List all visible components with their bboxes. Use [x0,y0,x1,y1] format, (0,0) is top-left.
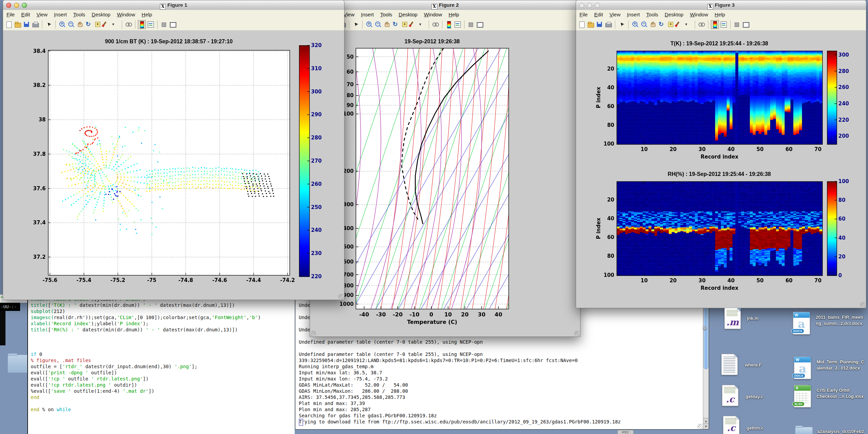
menu-item[interactable]: Insert [361,12,374,17]
menu-item[interactable]: File [6,12,15,17]
menu-item[interactable]: View [36,12,47,17]
save-figure-icon[interactable] [23,20,30,29]
print-icon[interactable] [605,20,612,29]
figure3-resize-handle[interactable] [860,302,865,307]
show-plot-tools-icon[interactable] [169,20,177,29]
data-cursor-icon[interactable]: + [401,20,408,29]
brush-icon[interactable] [410,20,417,29]
figure2-titlebar[interactable]: XFigure 2 [310,0,580,10]
menu-item[interactable]: Desktop [665,12,683,17]
zoom-out-icon[interactable]: − [374,20,382,29]
figure3-plot-canvas[interactable] [576,30,866,308]
dock-window-tab[interactable]: IPEC [617,430,634,434]
file-label[interactable]: Mid_Term_Planning_C [816,359,864,364]
figure1-plot-canvas[interactable] [3,30,344,300]
new-figure-icon[interactable] [5,20,13,29]
figure3-titlebar[interactable]: XFigure 3 [576,0,866,10]
pointer-icon[interactable]: ➤ [352,20,359,29]
dropdown-icon[interactable]: ▾ [685,20,692,29]
scroll-down-icon[interactable]: ▼ [703,423,709,429]
figure2-plot-canvas[interactable] [310,30,580,336]
menu-item[interactable]: Tools [380,12,392,17]
figure3-window[interactable]: XFigure 3 FileEditViewInsertToolsDesktop… [576,0,866,308]
pan-icon[interactable] [383,20,391,29]
menu-item[interactable]: Help [142,12,152,17]
menu-item[interactable]: Help [715,12,725,17]
menu-item[interactable]: Desktop [92,12,111,17]
menu-item[interactable]: Insert [54,12,67,17]
insert-colorbar-icon[interactable] [711,20,719,29]
menu-item[interactable]: Desktop [399,12,417,17]
menu-item[interactable]: Insert [627,12,640,17]
insert-legend-icon[interactable] [147,20,155,29]
rotate3d-icon[interactable]: ↻ [658,20,665,29]
link-plot-icon[interactable] [125,20,132,29]
code-editor-window[interactable]: xlabel('Record index');ylabel('P index')… [27,295,295,434]
menu-item[interactable]: Tools [73,12,85,17]
menu-item[interactable]: Edit [594,12,603,17]
pan-icon[interactable] [649,20,657,29]
insert-legend-icon[interactable] [720,20,727,29]
menu-item[interactable]: Edit [21,12,30,17]
rotate3d-icon[interactable]: ↻ [392,20,399,29]
pan-icon[interactable] [76,20,84,29]
show-plot-tools-icon[interactable] [742,20,750,29]
rotate3d-icon[interactable]: ↻ [85,20,92,29]
folder-label[interactable]: a2analysis_dct10Feb2 [817,429,864,434]
brush-icon[interactable] [103,20,110,29]
insert-colorbar-icon[interactable] [138,20,146,29]
file-label[interactable]: gettim.c [747,425,764,431]
menu-item[interactable]: Window [117,12,135,17]
file-label[interactable]: jnk.m [747,316,759,321]
brush-icon[interactable] [676,20,683,29]
file-label[interactable]: alendar_J...012.docx [816,365,860,371]
file-label[interactable]: Checkout ...n Log.xlsx [816,394,864,399]
file-label[interactable]: where.F [745,362,762,368]
new-figure-icon[interactable] [578,20,586,29]
hide-plot-tools-icon[interactable] [160,20,168,29]
insert-colorbar-icon[interactable] [445,20,453,29]
show-plot-tools-icon[interactable] [476,20,484,29]
open-file-icon[interactable] [587,20,594,29]
menu-item[interactable]: View [343,12,354,17]
file-label[interactable]: CrIS Early Orbit [816,388,850,393]
terminal-resize-handle[interactable] [697,424,703,429]
code-text[interactable]: xlabel('Record index');ylabel('P index')… [31,296,261,413]
file-label[interactable]: ng_summ...2.dct.docx [816,321,863,326]
data-cursor-icon[interactable]: + [94,20,101,29]
terminal-scrollbar[interactable]: ▲ ▼ [703,296,709,429]
link-plot-icon[interactable] [698,20,705,29]
figure2-resize-handle[interactable] [574,331,579,336]
figure2-window[interactable]: XFigure 2 FileEditViewInsertToolsDesktop… [310,0,580,337]
figure1-resize-handle[interactable] [338,294,343,299]
zip-file-label-partial[interactable]: ip [703,325,707,330]
link-plot-icon[interactable] [432,20,439,29]
open-file-icon[interactable] [14,20,21,29]
menu-item[interactable]: View [609,12,620,17]
menu-item[interactable]: Window [424,12,442,17]
zoom-in-icon[interactable]: + [365,20,373,29]
figure2-resize-handle-left[interactable] [311,331,316,336]
scroll-up-icon[interactable]: ▲ [703,418,709,424]
dropdown-icon[interactable]: ▾ [112,20,119,29]
figure1-window[interactable]: XFigure 1 FileEditViewInsertToolsDesktop… [3,0,344,300]
save-figure-icon[interactable] [596,20,603,29]
file-label[interactable]: getday.c [746,394,763,399]
hide-plot-tools-icon[interactable] [467,20,475,29]
print-icon[interactable] [32,20,39,29]
pointer-icon[interactable]: ➤ [618,20,626,29]
hide-plot-tools-icon[interactable] [733,20,741,29]
pointer-icon[interactable]: ➤ [45,20,53,29]
menu-item[interactable]: Window [690,12,708,17]
insert-legend-icon[interactable] [454,20,461,29]
zoom-in-icon[interactable]: + [631,20,639,29]
menu-item[interactable]: Help [448,12,459,17]
file-label[interactable]: 2011_bams_FIR_meeti [816,315,863,320]
dropdown-icon[interactable]: ▾ [418,20,426,29]
menu-item[interactable]: File [579,12,588,17]
data-cursor-icon[interactable]: + [667,20,674,29]
zoom-in-icon[interactable]: + [58,20,66,29]
zoom-out-icon[interactable]: − [67,20,75,29]
menu-item[interactable]: Tools [646,12,658,17]
figure1-titlebar[interactable]: XFigure 1 [3,0,344,10]
